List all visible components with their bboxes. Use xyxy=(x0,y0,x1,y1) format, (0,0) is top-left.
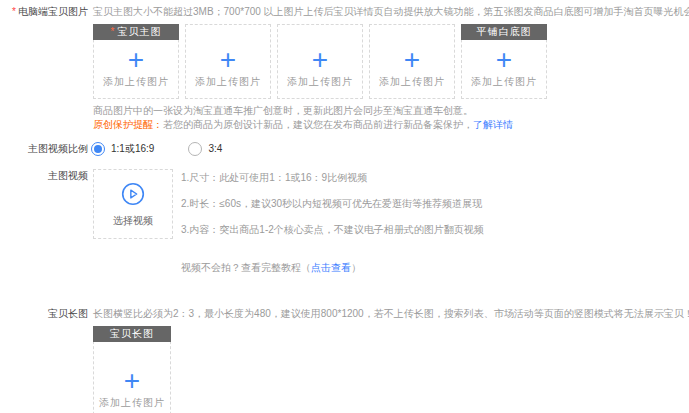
original-protection-prefix: 原创保护提醒： xyxy=(93,119,163,130)
long-image-box-wrap: 宝贝长图 + 添加上传图片 xyxy=(93,326,689,413)
field-label-long-image: 宝贝长图 xyxy=(5,307,88,321)
video-tip-content: 3.内容：突出商品1-2个核心卖点，不建议电子相册式的图片翻页视频 xyxy=(181,217,484,243)
radio-ratio-3-4[interactable]: 3:4 xyxy=(188,142,222,156)
video-tips: 1.尺寸：此处可使用1：1或16：9比例视频 2.时长：≤60s，建议30秒以内… xyxy=(181,165,484,281)
radio-ratio-1-1-or-16-9[interactable]: 1:1或16:9 xyxy=(91,142,154,156)
upload-box-white-background[interactable]: 平铺白底图 + 添加上传图片 xyxy=(461,24,547,99)
plus-icon: + xyxy=(124,370,140,392)
radio-selected-icon[interactable] xyxy=(91,142,105,156)
add-upload-label: 添加上传图片 xyxy=(99,396,165,410)
pc-images-header-row: *电脑端宝贝图片 宝贝主图大小不能超过3MB；700*700 以上图片上传后宝贝… xyxy=(5,5,689,19)
video-help-line: 视频不会拍？查看完整教程（点击查看） xyxy=(181,255,484,281)
long-image-description: 长图横竖比必须为2：3，最小长度为480，建议使用800*1200，若不上传长图… xyxy=(93,307,689,321)
required-asterisk: * xyxy=(111,26,116,37)
promo-sync-note: 商品图片中的一张设为淘宝直通车推广创意时，更新此图片会同步至淘宝直通车创意。 xyxy=(93,104,689,118)
upload-boxes-row: *宝贝主图 + 添加上传图片 + 添加上传图片 + 添加上传图片 + 添加上传图… xyxy=(93,24,689,99)
long-image-row: 宝贝长图 长图横竖比必须为2：3，最小长度为480，建议使用800*1200，若… xyxy=(5,307,689,321)
video-tip-size: 1.尺寸：此处可使用1：1或16：9比例视频 xyxy=(181,165,484,191)
select-video-box[interactable]: 选择视频 xyxy=(93,169,173,239)
main-video-content: 选择视频 xyxy=(93,169,173,239)
pc-images-description: 宝贝主图大小不能超过3MB；700*700 以上图片上传后宝贝详情页自动提供放大… xyxy=(93,5,689,19)
main-video-row: 主图视频 选择视频 1.尺寸：此处可使用1：1或16：9比例视频 2.时长：≤6… xyxy=(5,169,689,281)
plus-icon: + xyxy=(312,49,328,71)
original-protection-note: 原创保护提醒：若您的商品为原创设计新品，建议您在发布商品前进行新品备案保护，了解… xyxy=(93,118,689,132)
upload-box-4[interactable]: + 添加上传图片 xyxy=(369,24,455,99)
learn-more-link[interactable]: 了解详情 xyxy=(473,119,513,130)
add-upload-label: 添加上传图片 xyxy=(471,75,537,89)
play-circle-icon xyxy=(120,181,146,207)
upload-box-header: 平铺白底图 xyxy=(461,24,547,40)
video-ratio-options: 1:1或16:9 3:4 xyxy=(91,141,222,156)
add-upload-label: 添加上传图片 xyxy=(287,75,353,89)
required-asterisk: * xyxy=(12,6,16,17)
upload-box-header: *宝贝主图 xyxy=(93,24,179,40)
field-label-pc-images: *电脑端宝贝图片 xyxy=(5,5,88,19)
radio-label: 1:1或16:9 xyxy=(111,142,154,156)
upload-box-long-image[interactable]: 宝贝长图 + 添加上传图片 xyxy=(93,326,171,413)
plus-icon: + xyxy=(128,49,144,71)
add-upload-label: 添加上传图片 xyxy=(195,75,261,89)
field-label-main-video: 主图视频 xyxy=(5,169,88,183)
radio-unselected-icon[interactable] xyxy=(188,142,202,156)
field-label-video-ratio: 主图视频比例 xyxy=(5,142,88,156)
upload-box-2[interactable]: + 添加上传图片 xyxy=(185,24,271,99)
pc-images-label: 电脑端宝贝图片 xyxy=(18,6,88,17)
video-tip-duration: 2.时长：≤60s，建议30秒以内短视频可优先在爱逛街等推荐频道展现 xyxy=(181,191,484,217)
pc-images-description-text: 宝贝主图大小不能超过3MB；700*700 以上图片上传后宝贝详情页自动提供放大… xyxy=(93,6,689,17)
upload-box-3[interactable]: + 添加上传图片 xyxy=(277,24,363,99)
click-to-view-link[interactable]: 点击查看 xyxy=(311,262,351,273)
upload-box-main-image[interactable]: *宝贝主图 + 添加上传图片 xyxy=(93,24,179,99)
video-ratio-row: 主图视频比例 1:1或16:9 3:4 xyxy=(5,141,689,156)
select-video-label: 选择视频 xyxy=(113,214,153,228)
notes-block: 商品图片中的一张设为淘宝直通车推广创意时，更新此图片会同步至淘宝直通车创意。 原… xyxy=(93,104,689,132)
upload-box-header: 宝贝长图 xyxy=(93,326,171,342)
add-upload-label: 添加上传图片 xyxy=(103,75,169,89)
radio-label: 3:4 xyxy=(208,143,222,154)
plus-icon: + xyxy=(404,49,420,71)
add-upload-label: 添加上传图片 xyxy=(379,75,445,89)
plus-icon: + xyxy=(496,49,512,71)
plus-icon: + xyxy=(220,49,236,71)
